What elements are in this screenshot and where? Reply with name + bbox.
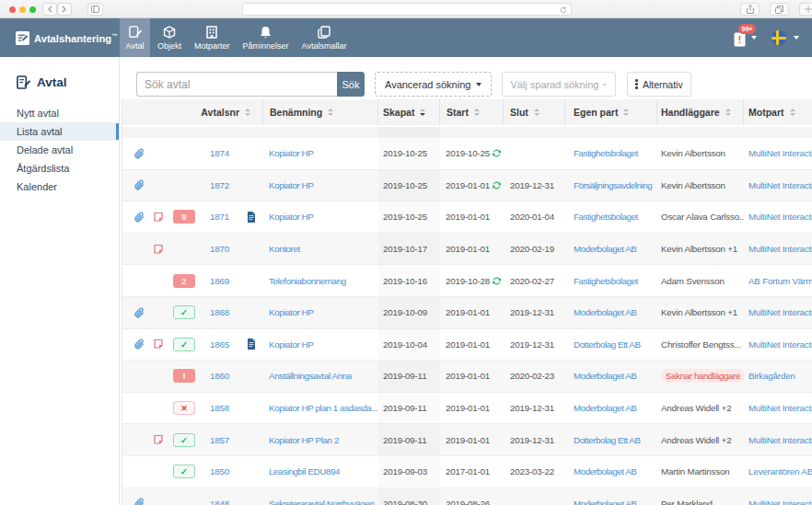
sidebar-item-lista-avtal[interactable]: Lista avtal	[0, 122, 119, 141]
contract-name-link[interactable]: Kopiator HP	[269, 212, 313, 222]
browser-sidebar-button[interactable]	[87, 3, 103, 16]
options-button[interactable]: Alternativ	[627, 72, 690, 97]
own-party-link[interactable]: Moderbolaget AB	[574, 307, 636, 317]
contract-name-link[interactable]: Kopiator HP	[269, 339, 313, 350]
nav-item-avtal[interactable]: Avtal	[120, 18, 150, 57]
contract-number-link[interactable]: 1871	[210, 212, 234, 222]
minimize-window-button[interactable]	[19, 6, 26, 13]
contract-number-link[interactable]: 1857	[210, 435, 234, 445]
own-party-link[interactable]: Dotterbolag Ett AB	[574, 435, 641, 445]
contract-number-link[interactable]: 1868	[210, 307, 234, 317]
nav-item-objekt[interactable]: Objekt	[152, 18, 187, 57]
contract-name-link[interactable]: Kontoret	[269, 244, 300, 254]
table-row[interactable]: 1870Kontoret2019-10-172019-01-012020-02-…	[122, 234, 812, 266]
language-caret-icon[interactable]	[794, 36, 799, 40]
own-party-link[interactable]: Moderbolaget AB	[574, 499, 636, 505]
browser-new-tab-button[interactable]	[799, 3, 812, 16]
table-row[interactable]: 1848Sekreteraravtal Norrbyvägen2019-08-3…	[122, 488, 812, 505]
counterparty-link[interactable]: MultiNet Interactive AB	[748, 403, 812, 413]
own-party-link[interactable]: Fastighetsbolaget	[574, 148, 638, 158]
search-input[interactable]	[136, 72, 337, 97]
close-window-button[interactable]	[9, 6, 16, 13]
own-party-link[interactable]: Moderbolaget AB	[574, 244, 636, 254]
table-row[interactable]: ✓1865Kopiator HP2019-10-042019-01-012019…	[122, 329, 812, 362]
contract-name-link[interactable]: Telefoniabonnemang	[269, 276, 346, 286]
chevron-down-icon: ⌄	[601, 78, 609, 87]
column-header-handlaggare[interactable]: Handläggare	[657, 99, 744, 125]
contract-number-link[interactable]: 1872	[210, 180, 234, 190]
contract-number-link[interactable]: 1858	[210, 403, 234, 413]
contract-number-link[interactable]: 1850	[210, 466, 234, 476]
saved-search-select[interactable]: Välj sparad sökning⌄	[502, 72, 616, 97]
table-row[interactable]: ✓1868Kopiator HP2019-10-092019-01-012019…	[122, 297, 812, 329]
sidebar-item-delade-avtal[interactable]: Delade avtal	[0, 141, 119, 159]
browser-back-button[interactable]	[42, 3, 57, 16]
contract-name-link[interactable]: Leasingbil EDU894	[269, 466, 340, 476]
table-row[interactable]: 1874Kopiator HP2019-10-252019-10-25Fasti…	[122, 138, 812, 170]
contract-name-link[interactable]: Anställningsavtal Anna	[269, 371, 352, 381]
column-header-start[interactable]: Start	[440, 99, 504, 125]
table-row[interactable]: ✕1858Kopiator HP plan 1 asdasda...2019-0…	[122, 393, 812, 425]
contract-name-link[interactable]: Sekreteraravtal Norrbyvägen	[269, 499, 374, 505]
column-header-benamning[interactable]: Benämning	[263, 99, 378, 125]
zoom-window-button[interactable]	[29, 6, 36, 13]
advanced-search-button[interactable]: Avancerad sökning	[375, 72, 492, 97]
sidebar-item-kalender[interactable]: Kalender	[0, 178, 119, 196]
contract-name-link[interactable]: Kopiator HP	[269, 307, 313, 317]
table-row[interactable]: ✓1857Kopiator HP Plan 22019-09-112019-01…	[122, 424, 812, 456]
counterparty-link[interactable]: Birkagården	[748, 371, 795, 381]
column-header-avtalsnr[interactable]: Avtalsnr	[122, 99, 263, 125]
contract-number-link[interactable]: 1848	[210, 499, 234, 505]
browser-address-bar[interactable]	[242, 3, 572, 16]
contract-number-link[interactable]: 1870	[210, 244, 234, 254]
column-header-slut[interactable]: Slut	[504, 99, 565, 125]
column-header-skapat[interactable]: Skapat	[378, 99, 440, 125]
contract-number-link[interactable]: 1860	[210, 371, 234, 381]
contract-name-link[interactable]: Kopiator HP Plan 2	[269, 435, 339, 445]
nav-item-avtalsmallar[interactable]: Avtalsmallar	[296, 18, 353, 57]
table-row[interactable]: ✓1850Leasingbil EDU8942019-09-032017-01-…	[122, 456, 812, 488]
counterparty-link[interactable]: MultiNet Interactive AB	[748, 499, 812, 505]
own-party-link[interactable]: Moderbolaget AB	[574, 371, 636, 381]
own-party-link[interactable]: Dotterbolag Ett AB	[574, 339, 641, 350]
contract-number-link[interactable]: 1869	[210, 276, 234, 286]
counterparty-link[interactable]: MultiNet Interactive AB	[748, 212, 812, 222]
column-header-egen[interactable]: Egen part	[565, 99, 657, 125]
own-party-link[interactable]: Moderbolaget AB	[574, 466, 636, 476]
nav-item-påminnelser[interactable]: Påminnelser	[238, 18, 295, 57]
table-row[interactable]: !1860Anställningsavtal Anna2019-09-11201…	[122, 361, 812, 393]
search-button[interactable]: Sök	[337, 72, 365, 97]
counterparty-link[interactable]: MultiNet Interactive AB	[748, 435, 812, 445]
contract-name-link[interactable]: Kopiator HP plan 1 asdasda...	[269, 403, 377, 413]
contract-name-link[interactable]: Kopiator HP	[269, 180, 313, 190]
traffic-lights[interactable]	[9, 6, 36, 13]
notifications-button[interactable]: ! 99+	[734, 32, 747, 49]
own-party-link[interactable]: Försäljningsavdelning	[574, 180, 652, 190]
counterparty-link[interactable]: MultiNet Interactive AB	[748, 180, 812, 190]
own-party-link[interactable]: Moderbolaget AB	[574, 403, 636, 413]
table-row[interactable]: 21869Telefoniabonnemang2019-10-162019-10…	[122, 265, 812, 297]
browser-share-button[interactable]	[740, 3, 760, 16]
nav-item-motparter[interactable]: Motparter	[189, 18, 236, 57]
browser-tabs-button[interactable]	[770, 3, 789, 16]
counterparty-link[interactable]: MultiNet Interactive AB	[748, 148, 812, 158]
language-flag-icon[interactable]	[771, 30, 786, 45]
counterparty-link[interactable]: MultiNet Interactive AB	[748, 339, 812, 350]
browser-forward-button[interactable]	[57, 3, 72, 16]
table-row[interactable]: 1872Kopiator HP2019-10-252019-01-012019-…	[122, 170, 812, 202]
sidebar-item-nytt-avtal[interactable]: Nytt avtal	[0, 104, 119, 122]
column-header-motpart[interactable]: Motpart	[744, 99, 812, 125]
contract-number-link[interactable]: 1865	[210, 339, 234, 350]
counterparty-link[interactable]: AB Fortum Värme	[748, 276, 812, 286]
counterparty-link[interactable]: MultiNet Interactive AB	[748, 307, 812, 317]
own-party-link[interactable]: Fastighetsbolaget	[574, 212, 638, 222]
sort-icon	[245, 109, 250, 116]
contract-number-link[interactable]: 1874	[210, 148, 234, 158]
counterparty-link[interactable]: MultiNet Interactive AB	[748, 244, 812, 254]
contract-name-link[interactable]: Kopiator HP	[269, 148, 313, 158]
own-party-link[interactable]: Fastighetsbolaget	[574, 276, 638, 286]
sidebar-item--tg-rdslista[interactable]: Åtgärdslista	[0, 159, 119, 178]
notifications-caret-icon[interactable]	[751, 36, 757, 40]
table-row[interactable]: 91871Kopiator HP2019-10-252019-01-012020…	[122, 201, 812, 234]
counterparty-link[interactable]: Leverantören AB	[748, 466, 812, 476]
